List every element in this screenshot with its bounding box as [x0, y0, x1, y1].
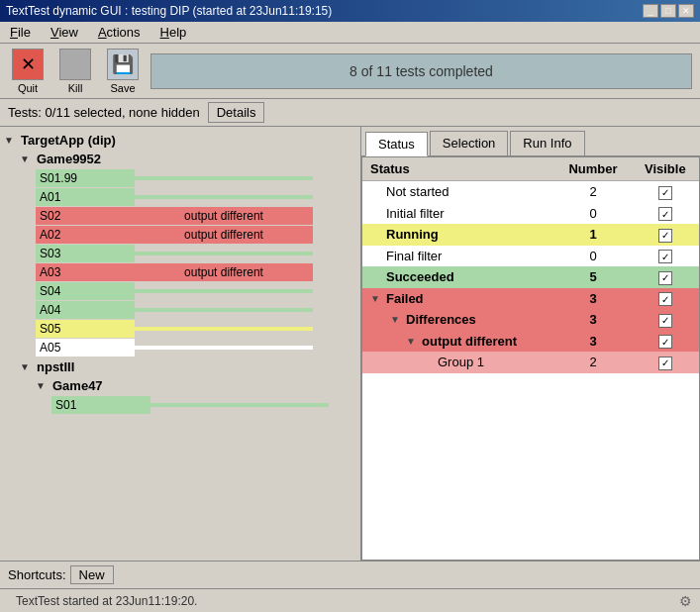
- status-vis-outputdiff[interactable]: ✓: [632, 331, 699, 353]
- status-num-initialfilter: 0: [554, 203, 631, 225]
- progress-text: 8 of 11 tests completed: [350, 63, 493, 79]
- tree-root[interactable]: ▼ TargetApp (dip): [4, 131, 356, 150]
- shortcuts-label: Shortcuts:: [8, 567, 66, 582]
- title-text: TextTest dynamic GUI : testing DIP (star…: [6, 4, 332, 18]
- status-bar: Shortcuts: New: [0, 561, 700, 588]
- test-tree-panel: ▼ TargetApp (dip) ▼ Game9952 S01.99 A01: [0, 127, 361, 561]
- status-vis-notstarted[interactable]: ✓: [632, 181, 699, 203]
- sub-header: Tests: 0/11 selected, none hidden Detail…: [0, 99, 700, 127]
- kill-button[interactable]: ✕ Kill: [55, 45, 95, 98]
- status-vis-running[interactable]: ✓: [632, 224, 699, 246]
- status-num-notstarted: 2: [554, 181, 631, 203]
- table-row[interactable]: Final filter 0 ✓: [362, 246, 699, 267]
- tab-status[interactable]: Status: [365, 132, 428, 156]
- menu-actions[interactable]: Actions: [92, 23, 147, 42]
- status-num-succeeded: 5: [554, 266, 631, 288]
- checkbox-notstarted[interactable]: ✓: [658, 186, 672, 200]
- table-row[interactable]: Succeeded 5 ✓: [362, 266, 699, 288]
- checkbox-finalfilter[interactable]: ✓: [658, 250, 672, 263]
- status-vis-failed[interactable]: ✓: [632, 288, 699, 310]
- menu-view[interactable]: View: [45, 23, 84, 42]
- list-item[interactable]: S01.99: [36, 169, 356, 187]
- root-arrow: ▼: [4, 135, 18, 146]
- checkbox-running[interactable]: ✓: [658, 229, 672, 243]
- list-item[interactable]: S03: [36, 245, 356, 262]
- quit-button[interactable]: ✕ Quit: [8, 45, 48, 98]
- close-button[interactable]: ✕: [678, 4, 694, 18]
- status-num-failed: 3: [554, 288, 631, 310]
- kill-icon: ✕: [59, 49, 91, 80]
- game9952-label: Game9952: [34, 151, 104, 167]
- checkbox-group1[interactable]: ✓: [658, 357, 672, 370]
- menu-file[interactable]: File: [4, 23, 37, 42]
- progress-bar: 8 of 11 tests completed: [150, 53, 692, 89]
- right-panel: Status Selection Run Info Status Number …: [361, 127, 700, 561]
- table-row[interactable]: ▼Differences 3 ✓: [362, 309, 699, 331]
- tree-game47[interactable]: ▼ Game47: [36, 376, 356, 395]
- save-icon: 💾: [107, 49, 139, 80]
- list-item[interactable]: S01: [51, 396, 356, 414]
- checkbox-failed[interactable]: ✓: [658, 292, 672, 306]
- status-vis-initialfilter[interactable]: ✓: [632, 203, 699, 225]
- status-vis-succeeded[interactable]: ✓: [632, 266, 699, 288]
- maximize-button[interactable]: □: [660, 4, 676, 18]
- col-header-number: Number: [554, 157, 631, 181]
- tests-info: Tests: 0/11 selected, none hidden: [8, 105, 200, 120]
- test-name-s04: S04: [36, 282, 135, 300]
- minimize-button[interactable]: _: [643, 4, 658, 18]
- table-row[interactable]: Initial filter 0 ✓: [362, 203, 699, 225]
- list-item[interactable]: A02 output different: [36, 226, 356, 244]
- status-label-initialfilter: Initial filter: [362, 203, 554, 225]
- list-item[interactable]: S04: [36, 282, 356, 300]
- tab-content-status: Status Number Visible Not started 2 ✓: [361, 156, 700, 561]
- status-num-group1: 2: [554, 352, 631, 373]
- status-num-outputdiff: 3: [554, 331, 631, 353]
- status-label-group1: Group 1: [362, 352, 554, 373]
- test-name-a05: A05: [36, 339, 135, 357]
- expand-differences-arrow: ▼: [390, 314, 402, 325]
- details-button[interactable]: Details: [208, 102, 265, 123]
- test-status-a02: output different: [135, 226, 313, 244]
- list-item[interactable]: A03 output different: [36, 263, 356, 281]
- list-item[interactable]: A01: [36, 188, 356, 206]
- tab-selection[interactable]: Selection: [430, 131, 508, 155]
- status-label-running: Running: [362, 224, 554, 246]
- table-row[interactable]: Group 1 2 ✓: [362, 352, 699, 373]
- game47-arrow: ▼: [36, 380, 50, 391]
- list-item[interactable]: A05: [36, 339, 356, 357]
- status-num-finalfilter: 0: [554, 246, 631, 267]
- game47-label: Game47: [50, 377, 106, 394]
- col-header-status: Status: [362, 157, 554, 181]
- status-vis-group1[interactable]: ✓: [632, 352, 699, 373]
- quit-icon: ✕: [12, 49, 44, 80]
- list-item[interactable]: S02 output different: [36, 207, 356, 225]
- checkbox-initialfilter[interactable]: ✓: [658, 207, 672, 221]
- tree-game9952[interactable]: ▼ Game9952: [20, 150, 356, 168]
- checkbox-succeeded[interactable]: ✓: [658, 271, 672, 285]
- test-name-a02: A02: [36, 226, 135, 244]
- test-name-a03: A03: [36, 263, 135, 281]
- table-row[interactable]: ▼Failed 3 ✓: [362, 288, 699, 310]
- game9952-arrow: ▼: [20, 153, 34, 164]
- status-vis-finalfilter[interactable]: ✓: [632, 246, 699, 267]
- menu-help[interactable]: Help: [154, 23, 193, 42]
- table-row[interactable]: ▼output different 3 ✓: [362, 331, 699, 353]
- tab-runinfo[interactable]: Run Info: [510, 131, 584, 155]
- list-item[interactable]: A04: [36, 301, 356, 319]
- gear-icon: ⚙: [679, 593, 692, 609]
- table-row[interactable]: Running 1 ✓: [362, 224, 699, 246]
- footer-text: TextTest started at 23Jun11:19:20.: [8, 592, 205, 610]
- tree-npstiii[interactable]: ▼ npstIII: [20, 357, 356, 376]
- status-vis-differences[interactable]: ✓: [632, 309, 699, 331]
- shortcuts-area: Shortcuts: New: [8, 565, 114, 584]
- save-button[interactable]: 💾 Save: [103, 45, 143, 98]
- table-header-row: Status Number Visible: [362, 157, 699, 181]
- main-content: ▼ TargetApp (dip) ▼ Game9952 S01.99 A01: [0, 127, 700, 561]
- list-item[interactable]: S05: [36, 320, 356, 338]
- game9952-tests: S01.99 A01 S02 output different A02 outp…: [20, 169, 356, 357]
- new-button[interactable]: New: [70, 565, 114, 584]
- status-table: Status Number Visible Not started 2 ✓: [362, 157, 699, 373]
- table-row[interactable]: Not started 2 ✓: [362, 181, 699, 203]
- checkbox-differences[interactable]: ✓: [658, 314, 672, 328]
- checkbox-outputdiff[interactable]: ✓: [658, 335, 672, 349]
